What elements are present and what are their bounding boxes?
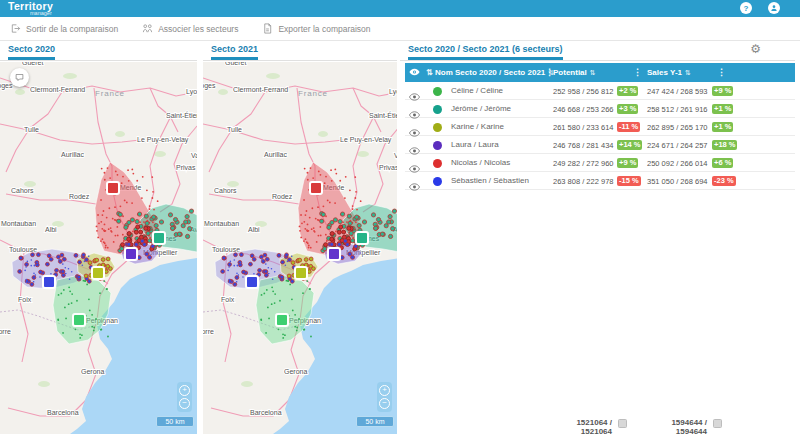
export-comparison-button[interactable]: Exporter la comparaison (262, 23, 370, 34)
map-city-label: Albi (45, 226, 57, 233)
column-header-potential[interactable]: Potential⇅ (553, 63, 596, 82)
tab-secto-2021[interactable]: Secto 2021 (211, 44, 258, 60)
app-logo: Territory manager (8, 1, 53, 16)
row-visibility-eye-icon[interactable] (409, 177, 420, 195)
sector-name: Laura / Laura (451, 140, 499, 149)
column-header-sales[interactable]: Sales Y-1⇅ (647, 63, 691, 82)
left-map-tabs: Secto 2020 (0, 41, 197, 61)
sector-marker-nicolas[interactable] (107, 182, 119, 194)
help-icon[interactable]: ? (740, 2, 752, 14)
user-icon (770, 4, 778, 12)
map-zoom-controls: + − (377, 382, 392, 412)
visibility-column-header[interactable] (409, 63, 420, 82)
zoom-in-button[interactable]: + (379, 385, 390, 396)
map-city-label: Aurillac (264, 151, 287, 158)
sector-marker-sébastien[interactable] (43, 276, 55, 288)
sector-marker-laura[interactable] (328, 248, 340, 260)
sales-value: 250 092 / 266 014 (647, 159, 707, 168)
potential-column-label: Potential (553, 68, 587, 77)
map-city-label: Tulle (227, 126, 242, 133)
sales-value: 224 671 / 264 257 (647, 141, 707, 150)
tab-secto-2020[interactable]: Secto 2020 (8, 44, 55, 60)
map-country-label: France (298, 89, 328, 98)
sales-column-label: Sales Y-1 (647, 68, 682, 77)
map-city-label: Montauban (1, 220, 36, 227)
logo-subtitle: manager (30, 11, 53, 17)
associate-sectors-label: Associer les secteurs (158, 24, 238, 34)
feedback-bubble-button[interactable] (10, 68, 29, 87)
table-row[interactable]: Karine / Karine261 580 / 233 614-11 %262… (405, 118, 795, 136)
table-row[interactable]: Laura / Laura246 768 / 281 434+14 %224 6… (405, 136, 795, 154)
map-green-patch (241, 381, 253, 387)
table-row[interactable]: Nicolas / Nicolas249 282 / 272 960+9 %25… (405, 154, 795, 172)
map-city-label: Montauban (204, 220, 239, 227)
table-row[interactable]: Céline / Céline252 958 / 256 812+2 %247 … (405, 82, 795, 100)
map-city-label: Gerona (81, 368, 104, 375)
visibility-sort-icon[interactable]: ⇅ (426, 63, 433, 82)
map-city-label: Clermont-Ferrand (233, 86, 288, 93)
sector-marker-jérôme[interactable] (153, 232, 165, 244)
potential-total: 1521064 / 1521064 (546, 418, 612, 434)
speech-bubble-icon (15, 73, 24, 82)
comparison-table-panel: ⇅ Nom Secto 2020 / Secto 2021⇅ ⋮ Potenti… (400, 62, 800, 434)
sector-name: Jérôme / Jérôme (451, 104, 511, 113)
toolbar: Sortir de la comparaison Associer les se… (0, 17, 800, 41)
sales-total-toggle[interactable] (713, 419, 722, 428)
sector-marker-céline[interactable] (73, 314, 85, 326)
column-header-name[interactable]: Nom Secto 2020 / Secto 2021⇅ (435, 63, 540, 82)
potential-column-menu-icon[interactable]: ⋮ (633, 63, 642, 82)
potential-sort-icon: ⇅ (590, 69, 596, 76)
zoom-out-button[interactable]: − (379, 398, 390, 409)
table-row[interactable]: Jérôme / Jérôme246 668 / 253 266+3 %258 … (405, 100, 795, 118)
table-row[interactable]: Sébastien / Sébastien263 808 / 222 978-1… (405, 172, 795, 190)
exit-icon (10, 23, 21, 34)
map-city-label: Lyon (389, 88, 397, 96)
potential-value: 246 668 / 253 266 (553, 105, 613, 114)
sector-marker-sébastien[interactable] (246, 276, 258, 288)
sales-value: 258 512 / 261 916 (647, 105, 707, 114)
tab-comparison[interactable]: Secto 2020 / Secto 2021 (6 secteurs) (408, 44, 563, 60)
associate-sectors-button[interactable]: Associer les secteurs (142, 23, 238, 34)
potential-value: 246 768 / 281 434 (553, 141, 613, 150)
table-header: ⇅ Nom Secto 2020 / Secto 2021⇅ ⋮ Potenti… (405, 63, 795, 82)
exit-comparison-button[interactable]: Sortir de la comparaison (10, 23, 118, 34)
potential-value: 261 580 / 233 614 (553, 123, 613, 132)
settings-gear-icon[interactable]: ⚙ (750, 43, 761, 55)
sector-marker-karine[interactable] (295, 267, 307, 279)
map-city-label: Albi (248, 226, 260, 233)
map-city-label: Valence (191, 152, 197, 159)
map-city-label: Clermont-Ferrand (30, 86, 85, 93)
map-city-label: Limoges (203, 82, 216, 90)
map-city-label: Lyon (186, 88, 197, 96)
sales-column-menu-icon[interactable]: ⋮ (717, 63, 726, 82)
sales-delta-badge: -23 % (712, 176, 736, 187)
sector-marker-jérôme[interactable] (356, 232, 368, 244)
sales-sort-icon: ⇅ (685, 69, 691, 76)
sector-color-dot (433, 105, 442, 114)
sector-marker-karine[interactable] (92, 267, 104, 279)
map-green-patch (38, 381, 50, 387)
sector-marker-nicolas[interactable] (310, 182, 322, 194)
map-canvas-2020[interactable]: GuéretLimogesClermont-FerrandLyonSaint-É… (0, 62, 197, 434)
map-city-label: Saint-Étienne (369, 111, 397, 119)
map-city-label: Guéret (225, 62, 246, 66)
zoom-in-button[interactable]: + (179, 385, 190, 396)
totals-row: 1521064 / 1521064 1594644 / 1594644 (405, 417, 795, 431)
sector-marker-céline[interactable] (276, 314, 288, 326)
sector-marker-laura[interactable] (125, 248, 137, 260)
map-city-label: Guéret (22, 62, 43, 66)
map-city-label: Foix (18, 296, 32, 303)
map-city-label: Rodez (69, 193, 90, 200)
account-icon[interactable] (768, 2, 780, 14)
zoom-out-button[interactable]: − (179, 398, 190, 409)
potential-value: 252 958 / 256 812 (553, 87, 613, 96)
export-file-icon (262, 23, 273, 34)
map-canvas-2021[interactable]: GuéretLimogesClermont-FerrandLyonSaint-É… (203, 62, 397, 434)
sector-name: Sébastien / Sébastien (451, 176, 529, 185)
potential-total-toggle[interactable] (618, 419, 627, 428)
sales-delta-badge: +9 % (712, 86, 733, 97)
eye-icon (409, 183, 420, 191)
map-city-label: Andorre (0, 328, 11, 335)
map-city-label: Andorre (203, 328, 214, 335)
map-green-patch (266, 73, 280, 79)
